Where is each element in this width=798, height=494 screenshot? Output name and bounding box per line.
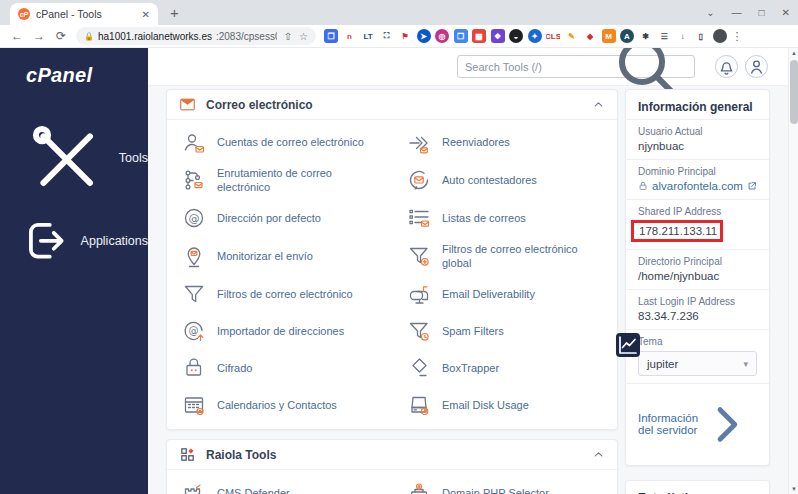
- tool-item-label: Filtros de correo electrónico: [217, 287, 353, 301]
- email-section-header[interactable]: Correo electrónico: [167, 90, 617, 120]
- ext-reader-panel-icon[interactable]: ▯: [694, 29, 708, 43]
- reload-button[interactable]: ⟳: [50, 29, 72, 43]
- ext-profile-avatar[interactable]: [713, 29, 727, 43]
- tool-item[interactable]: Filtros de correo electrónico global: [392, 237, 617, 276]
- tools-icon: [22, 115, 108, 201]
- ext-dark-mask-icon[interactable]: ◒: [509, 29, 523, 43]
- ext-asterisk-icon[interactable]: ✱: [639, 29, 653, 43]
- ext-teal-a-icon[interactable]: A: [620, 29, 634, 43]
- tool-item[interactable]: Reenviadores: [392, 124, 617, 161]
- statistics-floating-button[interactable]: [616, 333, 640, 357]
- field-label: Directorio Principal: [638, 256, 757, 267]
- tool-item-label: Reenviadores: [442, 135, 510, 149]
- tool-item[interactable]: CMS Defender: [167, 474, 392, 494]
- tool-item-label: Dirección por defecto: [217, 211, 321, 225]
- ext-lt-icon[interactable]: LT: [361, 29, 375, 43]
- ext-playlist-icon[interactable]: ☰: [657, 29, 671, 43]
- tool-item[interactable]: Cuentas de correo electrónico: [167, 124, 392, 161]
- ext-red-diamond-icon[interactable]: ◆: [583, 29, 597, 43]
- tool-item[interactable]: Email Disk Usage: [392, 386, 617, 423]
- close-window-button[interactable]: ✕: [782, 7, 790, 18]
- ext-compass-icon[interactable]: ✦: [528, 29, 542, 43]
- raiola-section-header[interactable]: Raiola Tools: [167, 440, 617, 470]
- filters-icon: [182, 282, 206, 306]
- bookmark-star-icon[interactable]: ☆: [299, 31, 308, 42]
- disk-usage-icon: [407, 393, 431, 417]
- browser-tab[interactable]: cP cPanel - Tools ✕: [10, 3, 158, 25]
- tool-item[interactable]: Domain PHP Selector: [392, 474, 617, 494]
- ext-blue-tabs-icon[interactable]: ❐: [324, 29, 338, 43]
- scroll-up-icon[interactable]: ▲: [789, 48, 798, 58]
- user-menu-button[interactable]: [745, 55, 768, 78]
- notifications-button[interactable]: [715, 55, 738, 78]
- extensions-row: ❐ n LT ⛶ ⚑ ➤ ◎ ❒ ▦ ❖ ◒ ✦ CLS ✎ ◆ M A ✱ ☰…: [324, 29, 727, 43]
- tool-item[interactable]: Cifrado: [167, 349, 392, 386]
- tool-item[interactable]: Filtros de correo electrónico: [167, 275, 392, 312]
- cpanel-favicon-icon: cP: [18, 8, 30, 20]
- tab-title: cPanel - Tools: [36, 8, 136, 20]
- search-field[interactable]: [457, 55, 695, 78]
- home-directory-value: /home/njynbuac: [638, 270, 757, 282]
- server-info-link[interactable]: Información del servidor: [626, 383, 769, 465]
- envelope-icon: [179, 96, 196, 113]
- ext-blue-doc-icon[interactable]: ❒: [454, 29, 468, 43]
- field-label: Usuario Actual: [638, 126, 757, 137]
- global-filters-icon: [407, 244, 431, 268]
- ext-crop-icon[interactable]: ⛶: [380, 29, 394, 43]
- info-column: Información general Usuario Actual njynb…: [625, 89, 770, 494]
- sidebar-item-tools[interactable]: Tools: [0, 107, 148, 209]
- ext-pencil-icon[interactable]: ✎: [565, 29, 579, 43]
- main-domain-link[interactable]: alvarofontela.com: [638, 180, 757, 192]
- ext-red-grid-icon[interactable]: ▦: [472, 29, 486, 43]
- scroll-down-icon[interactable]: ▼: [789, 484, 798, 494]
- new-tab-button[interactable]: +: [170, 4, 179, 21]
- minimize-button[interactable]: —: [732, 7, 742, 18]
- server-info-label: Información del servidor: [638, 412, 698, 436]
- current-user-value: njynbuac: [638, 140, 757, 152]
- ext-blue-circle-icon[interactable]: ➤: [417, 29, 431, 43]
- ext-cls-icon[interactable]: CLS: [546, 29, 560, 43]
- tool-item[interactable]: Spam Filters: [392, 312, 617, 349]
- sidebar-item-applications[interactable]: Applications: [0, 209, 148, 273]
- external-link-icon[interactable]: [747, 181, 757, 191]
- main-domain-value[interactable]: alvarofontela.com: [652, 180, 743, 192]
- theme-select[interactable]: jupiter ▾: [638, 351, 757, 376]
- tool-item[interactable]: @ Dirección por defecto: [167, 200, 392, 237]
- address-bar[interactable]: 🔒 ha1001.raiolanetworks.es :2083/cpsess0…: [76, 27, 316, 45]
- ext-download-icon[interactable]: ↓: [676, 29, 690, 43]
- back-button[interactable]: ←: [6, 29, 28, 43]
- browser-tabstrip: cP cPanel - Tools ✕ + ⌄ — □ ✕: [0, 0, 798, 25]
- scrollbar-thumb[interactable]: [790, 60, 798, 124]
- current-user-group: Usuario Actual njynbuac: [626, 119, 769, 159]
- topbar: [148, 48, 788, 86]
- ext-orange-n-icon[interactable]: n: [343, 29, 357, 43]
- ext-flag-icon[interactable]: ⚑: [398, 29, 412, 43]
- tab-search-button[interactable]: ⌄: [706, 7, 714, 18]
- maximize-button[interactable]: □: [759, 7, 765, 18]
- php-selector-icon: [407, 481, 431, 494]
- forward-button[interactable]: →: [28, 29, 50, 43]
- tool-item[interactable]: Listas de correos: [392, 200, 617, 237]
- search-input[interactable]: [465, 61, 607, 73]
- share-icon[interactable]: ⇧: [284, 31, 292, 42]
- chevron-up-icon[interactable]: [592, 448, 605, 461]
- ext-purple-shapes-icon[interactable]: ❖: [491, 29, 505, 43]
- chart-line-icon: [616, 333, 640, 357]
- tool-item[interactable]: Auto contestadores: [392, 161, 617, 200]
- chevron-up-icon[interactable]: [592, 98, 605, 111]
- home-directory-group: Directorio Principal /home/njynbuac: [626, 249, 769, 289]
- tab-close-icon[interactable]: ✕: [142, 9, 150, 20]
- tool-item[interactable]: @ Importador de direcciones: [167, 312, 392, 349]
- ext-fox-icon[interactable]: M: [602, 29, 616, 43]
- tool-item[interactable]: Enrutamiento de correo electrónico: [167, 161, 392, 200]
- field-label: Last Login IP Address: [638, 296, 757, 307]
- tool-item[interactable]: BoxTrapper: [392, 349, 617, 386]
- tool-item[interactable]: Email Deliverability: [392, 275, 617, 312]
- ext-camera-icon[interactable]: ◎: [435, 29, 449, 43]
- browser-menu-icon[interactable]: ⋮: [732, 30, 743, 43]
- tool-item[interactable]: Calendarios y Contactos: [167, 386, 392, 423]
- page-scrollbar[interactable]: ▲ ▼: [788, 48, 798, 494]
- tool-item-label: Importador de direcciones: [217, 324, 344, 338]
- browser-toolbar: ← → ⟳ 🔒 ha1001.raiolanetworks.es :2083/c…: [0, 25, 798, 48]
- tool-item[interactable]: Monitorizar el envío: [167, 237, 392, 276]
